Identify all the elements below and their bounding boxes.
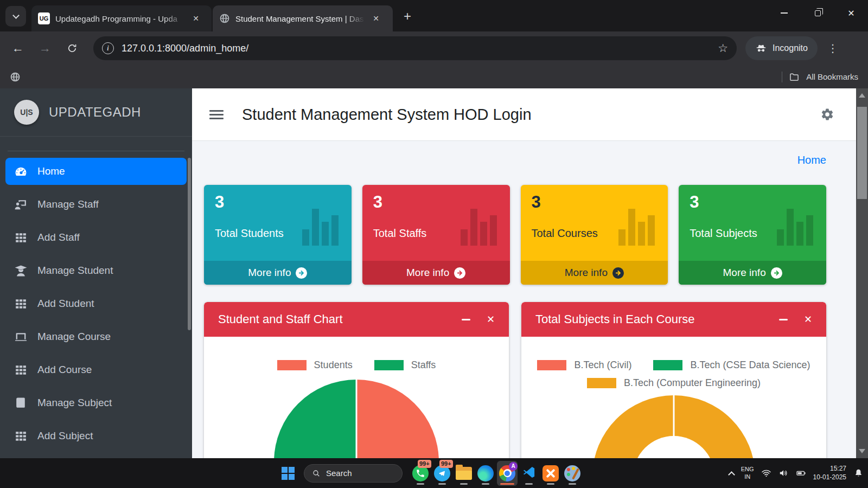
site-info-icon[interactable]: i <box>102 42 114 54</box>
taskbar-center: Search 99+ 99+ <box>278 458 583 488</box>
more-info-label: More info <box>406 267 449 279</box>
more-info-button[interactable]: More info <box>679 261 826 285</box>
legend-item: Students <box>277 359 353 371</box>
more-info-label: More info <box>723 267 766 279</box>
screen: UG Updategadh Programming - Upda ✕ Stude… <box>0 0 868 488</box>
url-text[interactable]: 127.0.0.1:8000/admin_home/ <box>122 43 718 54</box>
taskbar-edge[interactable] <box>475 461 496 486</box>
taskbar-vscode[interactable] <box>519 461 539 486</box>
scroll-up-arrow[interactable] <box>856 89 868 101</box>
sidebar-item-manage-staff[interactable]: Manage Staff <box>5 191 187 218</box>
browser-tab-inactive[interactable]: UG Updategadh Programming - Upda ✕ <box>31 5 212 31</box>
sidebar-scrollbar[interactable] <box>188 158 191 330</box>
bar-chart-icon <box>618 209 655 246</box>
browser-tab-active[interactable]: Student Management System | Das ✕ <box>213 5 393 31</box>
card-subjects-per-course: Total Subjects in Each Course ✕ B.Tech (… <box>521 302 826 458</box>
sidebar-item-add-subject[interactable]: Add Subject <box>5 422 187 450</box>
notification-bell-icon[interactable] <box>853 468 864 478</box>
close-icon[interactable]: ✕ <box>804 313 812 325</box>
address-bar[interactable]: i 127.0.0.1:8000/admin_home/ ☆ <box>93 36 737 60</box>
sidebar-item-home[interactable]: Home <box>5 158 187 185</box>
hamburger-menu-icon[interactable] <box>209 110 224 119</box>
grid-icon <box>14 231 28 245</box>
bookmarks-right: All Bookmarks <box>782 72 858 82</box>
restore-icon <box>815 10 821 16</box>
legend-item: Staffs <box>374 359 436 371</box>
scrollbar-thumb[interactable] <box>857 107 867 199</box>
sidebar-item-label: Home <box>37 165 65 177</box>
minimize-icon <box>781 12 788 14</box>
more-info-label: More info <box>248 267 291 279</box>
collapse-icon[interactable] <box>462 319 470 320</box>
card-tools: ✕ <box>462 313 495 325</box>
taskbar-chrome[interactable]: A <box>497 461 518 486</box>
scroll-down-arrow[interactable] <box>856 445 868 457</box>
back-button[interactable]: ← <box>9 39 27 57</box>
wifi-icon[interactable] <box>761 468 771 478</box>
tab-close-icon[interactable]: ✕ <box>370 12 382 24</box>
volume-icon[interactable] <box>778 468 789 478</box>
browser-scrollbar[interactable] <box>856 88 868 458</box>
telegram-badge: 99+ <box>439 460 453 468</box>
sidebar-item-label: Add Course <box>37 364 92 376</box>
arrow-circle-right-icon <box>454 267 465 279</box>
info-box-total-courses: 3 Total Courses More info <box>521 185 668 285</box>
new-tab-button[interactable]: + <box>399 8 416 24</box>
card-title: Student and Staff Chart <box>218 312 343 326</box>
running-indicator <box>525 483 533 485</box>
sidebar-item-manage-student[interactable]: Manage Student <box>5 257 187 284</box>
close-icon[interactable]: ✕ <box>487 313 495 325</box>
sidebar-item-label: Add Subject <box>37 430 93 442</box>
all-bookmarks-button[interactable]: All Bookmarks <box>806 72 858 81</box>
info-box-total-subjects: 3 Total Subjects More info <box>679 185 826 285</box>
taskbar-search[interactable]: Search <box>304 464 403 483</box>
tab-search-button[interactable] <box>5 6 26 27</box>
arrow-circle-right-icon <box>612 267 624 279</box>
legend-item: B.Tech (Civil) <box>537 359 631 371</box>
legend-swatch-staffs <box>374 360 404 370</box>
legend-label: Staffs <box>411 359 436 371</box>
brand[interactable]: U|S UPDATEGADH <box>0 88 192 137</box>
taskbar-telegram[interactable]: 99+ <box>432 461 452 486</box>
chart-legend: B.Tech (Civil) B.Tech (CSE Data Science) <box>521 359 826 371</box>
more-info-button[interactable]: More info <box>521 261 668 285</box>
taskbar-file-explorer[interactable] <box>454 461 474 486</box>
taskbar-clock[interactable]: 15:27 10-01-2025 <box>813 465 846 481</box>
divider <box>782 72 782 82</box>
sidebar-item-manage-course[interactable]: Manage Course <box>5 323 187 350</box>
legend-swatch-civil <box>537 360 566 370</box>
sidebar-item-add-student[interactable]: Add Student <box>5 290 187 317</box>
window-minimize-button[interactable] <box>767 0 801 26</box>
collapse-icon[interactable] <box>779 319 788 320</box>
bookmark-globe-icon[interactable] <box>10 72 21 82</box>
gear-icon[interactable] <box>820 107 834 121</box>
window-restore-button[interactable] <box>801 0 834 26</box>
bar-chart-icon <box>461 209 497 246</box>
tab-close-icon[interactable]: ✕ <box>190 12 202 24</box>
bookmark-star-icon[interactable]: ☆ <box>718 42 728 55</box>
sidebar-item-add-staff[interactable]: Add Staff <box>5 224 187 251</box>
language-indicator[interactable]: ENG IN <box>741 466 754 481</box>
language-line1: ENG <box>741 466 754 473</box>
reload-button[interactable] <box>63 39 81 57</box>
taskbar-whatsapp[interactable]: 99+ <box>410 461 431 486</box>
more-info-button[interactable]: More info <box>362 261 510 285</box>
tray-chevron-up-icon[interactable] <box>728 471 735 478</box>
browser-menu-button[interactable]: ⋮ <box>825 42 840 55</box>
window-close-button[interactable]: ✕ <box>834 0 868 26</box>
start-button[interactable] <box>278 461 298 486</box>
taskbar-xampp[interactable] <box>540 461 561 486</box>
sidebar-item-manage-subject[interactable]: Manage Subject <box>5 389 187 416</box>
breadcrumb-home-link[interactable]: Home <box>797 154 826 166</box>
book-icon <box>14 396 28 410</box>
forward-button[interactable]: → <box>36 39 54 57</box>
more-info-button[interactable]: More info <box>204 261 352 285</box>
card-title: Total Subjects in Each Course <box>535 312 695 326</box>
battery-icon[interactable] <box>796 468 806 478</box>
running-indicator <box>500 483 514 485</box>
chrome-profile-badge: A <box>509 462 518 471</box>
sidebar-item-add-course[interactable]: Add Course <box>5 356 187 383</box>
taskbar-paint[interactable] <box>562 461 583 486</box>
incognito-label: Incognito <box>773 43 808 53</box>
legend-swatch-computer-eng <box>587 378 616 388</box>
